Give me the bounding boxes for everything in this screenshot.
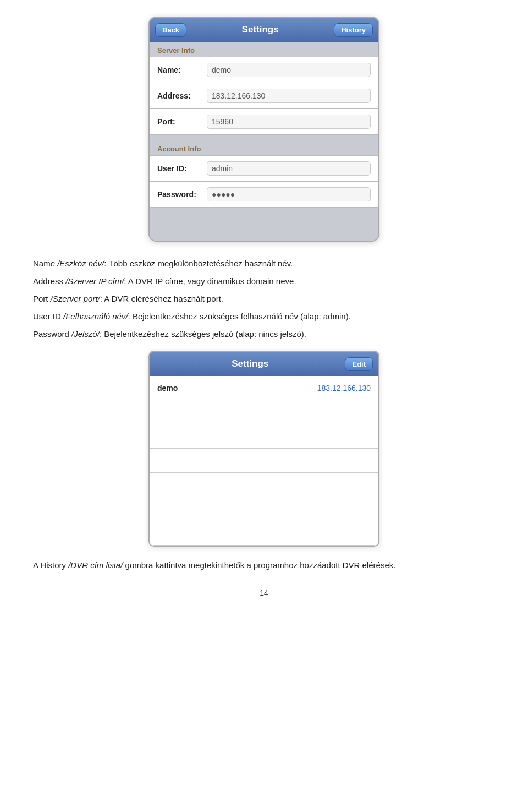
bottom-nav-bar: Settings Edit: [150, 352, 378, 376]
account-info-header: Account Info: [150, 140, 378, 155]
port-row: Port: 15960: [150, 108, 378, 135]
top-screenshot: Back Settings History Server Info Name: …: [148, 17, 380, 242]
footer-paragraph: A History /DVR cím lista/ gombra kattint…: [33, 559, 495, 572]
bottom-spacer: [150, 208, 378, 241]
doc-p2: Address /Szerver IP cím/: A DVR IP címe,…: [33, 275, 495, 288]
address-row: Address: 183.12.166.130: [150, 83, 378, 108]
address-value: 183.12.166.130: [207, 89, 371, 103]
doc-p4: User ID /Felhasználó név/: Bejelentkezés…: [33, 310, 495, 323]
userid-row: User ID: admin: [150, 155, 378, 181]
doc-p5: Password /Jelszó/: Bejelentkezéshez szük…: [33, 328, 495, 341]
list-empty-row-5: [150, 497, 378, 521]
list-item-address: 183.12.166.130: [317, 384, 371, 393]
port-value: 15960: [207, 115, 371, 129]
list-empty-row-3: [150, 449, 378, 473]
list-empty-row-4: [150, 473, 378, 497]
bottom-screenshot: Settings Edit demo 183.12.166.130: [148, 351, 380, 547]
name-value: demo: [207, 63, 371, 77]
name-row: Name: demo: [150, 57, 378, 83]
bottom-settings-title: Settings: [155, 358, 345, 369]
history-button[interactable]: History: [334, 23, 373, 37]
account-info-group: User ID: admin Password: ●●●●●: [150, 155, 378, 208]
dvr-list: demo 183.12.166.130: [150, 376, 378, 546]
doc-p3: Port /Szerver port/: A DVR eléréséhez ha…: [33, 292, 495, 306]
password-label: Password:: [157, 190, 207, 199]
userid-label: User ID:: [157, 164, 207, 173]
password-value: ●●●●●: [207, 187, 371, 201]
top-nav-bar: Back Settings History: [150, 18, 378, 42]
doc-p1: Name /Eszköz név/: Több eszköz megkülönb…: [33, 257, 495, 270]
userid-value: admin: [207, 161, 371, 176]
server-info-group: Name: demo Address: 183.12.166.130 Port:…: [150, 57, 378, 135]
port-label: Port:: [157, 117, 207, 126]
list-empty-row-6: [150, 521, 378, 546]
section-spacer: [150, 135, 378, 140]
edit-button[interactable]: Edit: [345, 357, 373, 371]
password-row: Password: ●●●●●: [150, 181, 378, 208]
name-label: Name:: [157, 66, 207, 74]
address-label: Address:: [157, 91, 207, 100]
list-item-name: demo: [157, 384, 178, 393]
list-item[interactable]: demo 183.12.166.130: [150, 376, 378, 400]
settings-title: Settings: [186, 24, 334, 35]
list-empty-row-1: [150, 400, 378, 424]
list-empty-row-2: [150, 424, 378, 449]
settings-body: Server Info Name: demo Address: 183.12.1…: [150, 42, 378, 241]
back-button[interactable]: Back: [155, 23, 186, 37]
server-info-header: Server Info: [150, 42, 378, 57]
page-number: 14: [33, 588, 495, 597]
doc-paragraphs: Name /Eszköz név/: Több eszköz megkülönb…: [33, 257, 495, 341]
